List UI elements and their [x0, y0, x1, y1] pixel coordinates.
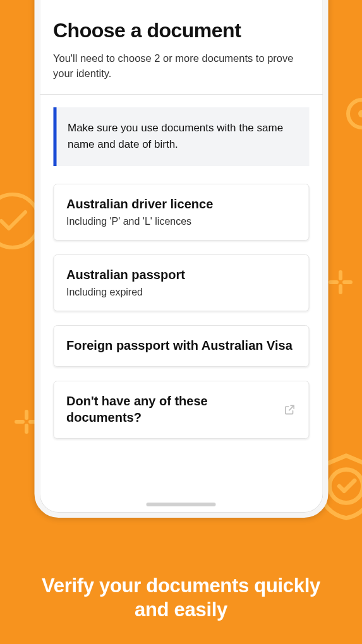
doc-option-passport[interactable]: Australian passport Including expired: [53, 254, 309, 311]
svg-point-0: [348, 100, 362, 128]
page-title: Choose a document: [53, 19, 309, 42]
deco-ring-icon: [343, 95, 362, 133]
info-callout: Make sure you use documents with the sam…: [53, 107, 309, 166]
svg-point-3: [330, 470, 362, 503]
divider: [39, 94, 323, 95]
external-link-icon: [283, 403, 296, 416]
deco-plus-icon: [327, 268, 354, 296]
doc-title: Australian passport: [66, 266, 296, 283]
svg-point-2: [0, 194, 39, 247]
doc-option-driver-licence[interactable]: Australian driver licence Including 'P' …: [53, 184, 309, 241]
phone-chin-indicator: [147, 503, 216, 506]
doc-title: Don't have any of these documents?: [66, 393, 296, 426]
app-screen: Choose a document You'll need to choose …: [39, 0, 323, 494]
marketing-tagline: Verify your documents quickly and easily: [0, 574, 362, 623]
doc-title: Australian driver licence: [66, 196, 296, 212]
doc-subtitle: Including 'P' and 'L' licences: [66, 216, 296, 227]
doc-option-foreign-passport[interactable]: Foreign passport with Australian Visa: [53, 325, 309, 367]
phone-frame: Choose a document You'll need to choose …: [34, 0, 328, 518]
svg-point-1: [358, 110, 362, 117]
doc-option-none-link[interactable]: Don't have any of these documents?: [53, 381, 309, 439]
doc-title: Foreign passport with Australian Visa: [66, 337, 296, 354]
page-subtitle: You'll need to choose 2 or more document…: [53, 51, 309, 81]
doc-subtitle: Including expired: [66, 287, 296, 298]
